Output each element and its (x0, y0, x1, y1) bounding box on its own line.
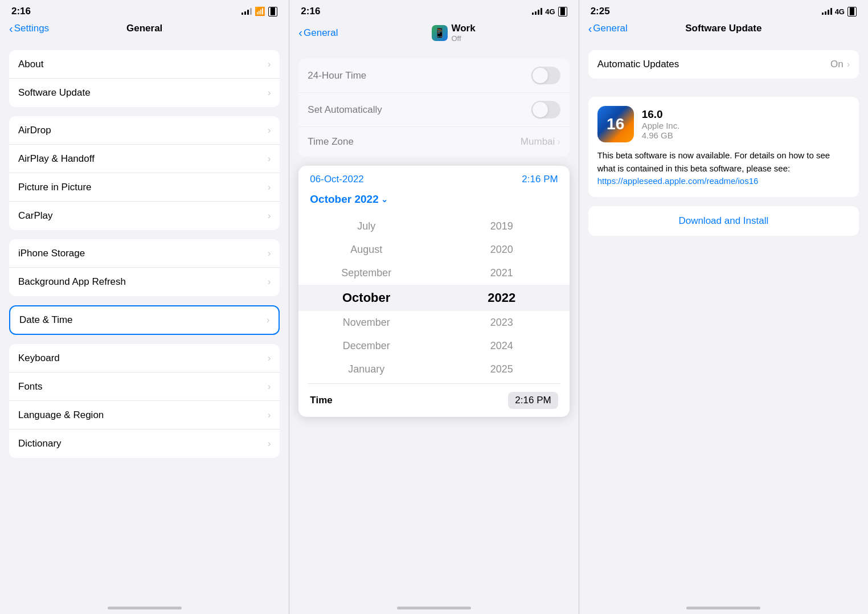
list-item-language[interactable]: Language & Region › (9, 401, 280, 429)
airplay-right: › (268, 154, 271, 164)
picker-year-col[interactable]: 2019 2020 2021 2022 2023 2024 2025 (434, 212, 570, 383)
toggle-24hr[interactable] (531, 67, 560, 84)
picker-month-year-selector[interactable]: October 2022 ⌄ (298, 191, 569, 212)
picker-date-display[interactable]: 06-Oct-2022 (310, 174, 364, 185)
panel2-4g-icon: 4G (545, 7, 555, 16)
list-item-carplay[interactable]: CarPlay › (9, 202, 280, 230)
list-item-keyboard[interactable]: Keyboard › (9, 344, 280, 373)
panel3-4g-icon: 4G (835, 7, 845, 16)
picker-header: 06-Oct-2022 2:16 PM (298, 166, 569, 191)
language-right: › (268, 410, 271, 420)
list-item-pip[interactable]: Picture in Picture › (9, 173, 280, 202)
keyboard-right: › (268, 353, 271, 363)
about-right: › (268, 59, 271, 69)
list-item-auto-updates[interactable]: Automatic Updates On › (588, 50, 859, 79)
back-label-1[interactable]: Settings (14, 23, 49, 34)
list-group-1: About › Software Update › (9, 50, 280, 107)
page-title-1: General (126, 23, 162, 34)
picker-time-value[interactable]: 2:16 PM (508, 392, 558, 409)
bar4 (250, 8, 252, 15)
update-card: 16 16.0 Apple Inc. 4.96 GB This beta sof… (588, 97, 859, 197)
picker-month-col[interactable]: July August September October November D… (298, 212, 434, 383)
download-install-button[interactable]: Download and Install (678, 215, 768, 226)
picker-month-august[interactable]: August (298, 238, 434, 261)
signal-bars-1 (241, 8, 252, 15)
pip-right: › (268, 182, 271, 193)
status-bar-1: 2:16 📶 ▉ (0, 0, 289, 21)
gap1 (0, 41, 289, 50)
picker-time-row: Time 2:16 PM (298, 384, 569, 417)
picker-year-2020[interactable]: 2020 (434, 238, 570, 261)
ios-icon-text: 16 (607, 115, 624, 133)
update-size: 4.96 GB (642, 130, 680, 140)
back-chevron-2: ‹ (298, 26, 302, 39)
home-indicator-2 (397, 607, 471, 609)
battery-icon-3: ▉ (847, 7, 857, 17)
status-time-3: 2:25 (591, 6, 610, 17)
p3-gap1 (579, 41, 868, 50)
back-label-3[interactable]: General (593, 23, 627, 34)
dt-row-set-auto: Set Automatically (298, 93, 569, 127)
gap2 (0, 107, 289, 116)
picker-month-january[interactable]: January (298, 358, 434, 381)
picker-month-october[interactable]: October (298, 285, 434, 311)
list-item-airplay[interactable]: AirPlay & Handoff › (9, 145, 280, 173)
bg-refresh-right: › (268, 277, 271, 287)
picker-dropdown-chevron[interactable]: ⌄ (381, 195, 388, 204)
date-time-active-wrap: Date & Time › (9, 305, 280, 335)
page-title-3: Software Update (685, 23, 761, 34)
list-item-software-update[interactable]: Software Update › (9, 79, 280, 107)
back-button-1[interactable]: ‹ Settings (9, 22, 49, 35)
picker-month-july[interactable]: July (298, 215, 434, 238)
panel2-body: 24-Hour Time Set Automatically Time Zone… (289, 50, 578, 417)
picker-month-november[interactable]: November (298, 311, 434, 334)
status-time-1: 2:16 (11, 6, 31, 17)
list-item-iphone-storage[interactable]: iPhone Storage › (9, 239, 280, 268)
bg-refresh-chevron: › (268, 277, 271, 287)
general-content: About › Software Update › AirDrop › AirP… (0, 41, 289, 614)
list-item-dictionary[interactable]: Dictionary › (9, 429, 280, 458)
timezone-city: Mumbai (521, 136, 555, 148)
back-label-2[interactable]: General (304, 27, 338, 39)
update-version: 16.0 (642, 108, 680, 121)
date-picker-overlay[interactable]: 06-Oct-2022 2:16 PM October 2022 ⌄ July … (298, 166, 569, 417)
picker-year-2023[interactable]: 2023 (434, 311, 570, 334)
date-time-settings: 24-Hour Time Set Automatically Time Zone… (298, 59, 569, 157)
pip-chevron: › (268, 182, 271, 193)
picker-month-december[interactable]: December (298, 334, 434, 358)
work-icon: 📱 (432, 25, 448, 41)
back-button-3[interactable]: ‹ General (588, 22, 628, 35)
back-button-2[interactable]: ‹ General (298, 26, 338, 39)
panel-software-update: 2:25 4G ▉ ‹ General Software Update (579, 0, 868, 614)
list-item-bg-refresh[interactable]: Background App Refresh › (9, 268, 280, 296)
list-item-about[interactable]: About › (9, 50, 280, 79)
carplay-chevron: › (268, 211, 271, 221)
picker-month-year-label: October 2022 ⌄ (310, 193, 558, 206)
p3-gap2 (579, 79, 868, 88)
picker-year-2025[interactable]: 2025 (434, 358, 570, 381)
nav-title-center-2: 📱 Work Off (338, 23, 569, 43)
picker-month-september[interactable]: September (298, 261, 434, 285)
list-item-airdrop[interactable]: AirDrop › (9, 116, 280, 145)
dt-row-timezone[interactable]: Time Zone Mumbai › (298, 127, 569, 157)
signal-bars-3 (822, 8, 832, 15)
list-item-fonts[interactable]: Fonts › (9, 373, 280, 401)
dictionary-right: › (268, 439, 271, 449)
status-bar-3: 2:25 4G ▉ (579, 0, 868, 21)
work-subtitle: Off (451, 34, 475, 43)
airdrop-right: › (268, 125, 271, 136)
update-link[interactable]: https://appleseed.apple.com/readme/ios16 (597, 176, 759, 186)
list-item-date-time[interactable]: Date & Time › (9, 305, 280, 335)
software-update-content: Automatic Updates On › 16 16.0 Apple Inc… (579, 41, 868, 614)
picker-year-2019[interactable]: 2019 (434, 215, 570, 238)
update-company: Apple Inc. (642, 121, 680, 130)
picker-year-2024[interactable]: 2024 (434, 334, 570, 358)
picker-year-2021[interactable]: 2021 (434, 261, 570, 285)
picker-time-display[interactable]: 2:16 PM (522, 174, 558, 185)
bar2 (244, 11, 246, 15)
pip-label: Picture in Picture (18, 182, 92, 193)
toggle-set-auto[interactable] (531, 101, 560, 118)
status-icons-3: 4G ▉ (822, 7, 857, 17)
carplay-label: CarPlay (18, 210, 52, 222)
picker-year-2022[interactable]: 2022 (434, 285, 570, 311)
